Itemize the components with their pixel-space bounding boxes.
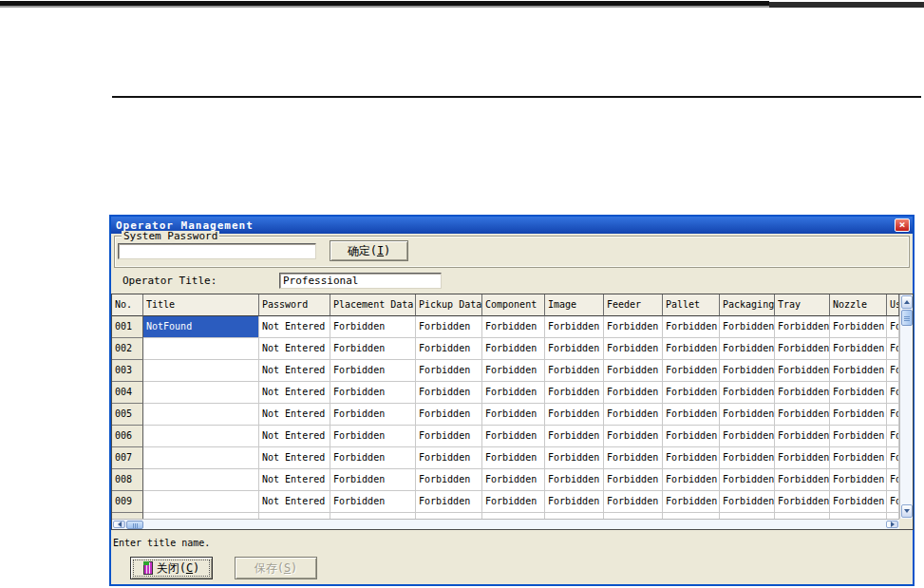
- title-cell[interactable]: [143, 447, 259, 469]
- table-cell[interactable]: Not Entered: [259, 491, 330, 513]
- table-cell[interactable]: Forbidden: [775, 338, 830, 360]
- table-cell[interactable]: Forbidden: [482, 491, 545, 513]
- table-cell[interactable]: Forbidden: [604, 316, 663, 338]
- table-cell[interactable]: Forbidden: [663, 491, 720, 513]
- table-cell[interactable]: Forbidden: [720, 382, 775, 404]
- table-cell[interactable]: Forbidden: [720, 316, 775, 338]
- table-cell[interactable]: Forbidden: [887, 426, 899, 447]
- table-cell[interactable]: Forbidden: [887, 469, 899, 491]
- ok-button[interactable]: 确定(I): [330, 240, 408, 261]
- table-cell[interactable]: Forbidden: [482, 382, 545, 404]
- table-cell[interactable]: Forbidden: [604, 426, 663, 447]
- table-cell[interactable]: Forbidden: [830, 447, 887, 469]
- table-cell[interactable]: Forbidden: [482, 404, 545, 426]
- table-cell[interactable]: Forbidden: [663, 338, 720, 360]
- title-cell[interactable]: [143, 338, 259, 360]
- table-cell[interactable]: Forbidden: [545, 404, 604, 426]
- table-cell[interactable]: Forbidden: [663, 316, 720, 338]
- table-cell[interactable]: Not Entered: [259, 360, 330, 382]
- table-cell[interactable]: Forbidden: [482, 447, 545, 469]
- table-cell[interactable]: Forbidden: [416, 426, 482, 447]
- table-cell[interactable]: Forbidden: [663, 382, 720, 404]
- table-cell[interactable]: Forbidden: [830, 360, 887, 382]
- table-cell[interactable]: Forbidden: [545, 447, 604, 469]
- table-cell[interactable]: Forbidden: [330, 469, 416, 491]
- table-cell[interactable]: Forbidden: [663, 360, 720, 382]
- table-cell[interactable]: Forbidden: [830, 316, 887, 338]
- table-cell[interactable]: Forbidden: [604, 382, 663, 404]
- close-button[interactable]: 关闭(C): [130, 557, 213, 579]
- table-cell[interactable]: Forbidden: [775, 447, 830, 469]
- title-cell[interactable]: [143, 382, 259, 404]
- table-cell[interactable]: Forbidden: [330, 360, 416, 382]
- table-cell[interactable]: Forbidden: [416, 491, 482, 513]
- table-cell[interactable]: Forbidden: [330, 447, 416, 469]
- table-cell[interactable]: Forbidden: [545, 469, 604, 491]
- table-cell[interactable]: Forbidden: [545, 426, 604, 447]
- table-cell[interactable]: Forbidden: [416, 360, 482, 382]
- table-cell[interactable]: Forbidden: [604, 404, 663, 426]
- table-cell[interactable]: Forbidden: [545, 491, 604, 513]
- table-cell[interactable]: Forbidden: [830, 491, 887, 513]
- table-cell[interactable]: Not Entered: [259, 382, 330, 404]
- table-cell[interactable]: Forbidden: [775, 316, 830, 338]
- horizontal-scroll-thumb[interactable]: [126, 521, 143, 529]
- table-cell[interactable]: Forbidden: [330, 382, 416, 404]
- table-cell[interactable]: Forbidden: [887, 404, 899, 426]
- vertical-scroll-thumb[interactable]: [901, 310, 913, 326]
- table-cell[interactable]: Not Entered: [259, 447, 330, 469]
- table-cell[interactable]: Forbidden: [775, 404, 830, 426]
- table-cell[interactable]: Forbidden: [775, 469, 830, 491]
- table-cell[interactable]: Not Entered: [259, 404, 330, 426]
- table-cell[interactable]: Forbidden: [830, 382, 887, 404]
- table-cell[interactable]: Forbidden: [775, 360, 830, 382]
- scroll-left-button[interactable]: [113, 521, 125, 528]
- table-cell[interactable]: Forbidden: [887, 360, 899, 382]
- table-cell[interactable]: Forbidden: [330, 426, 416, 447]
- horizontal-scrollbar[interactable]: [112, 519, 899, 529]
- table-cell[interactable]: Forbidden: [416, 447, 482, 469]
- vertical-scrollbar[interactable]: [899, 294, 913, 519]
- table-cell[interactable]: Forbidden: [887, 447, 899, 469]
- title-cell[interactable]: NotFound: [143, 316, 259, 338]
- table-cell[interactable]: Forbidden: [775, 382, 830, 404]
- table-cell[interactable]: Forbidden: [545, 338, 604, 360]
- table-cell[interactable]: Not Entered: [259, 338, 330, 360]
- title-cell[interactable]: [143, 360, 259, 382]
- table-cell[interactable]: Forbidden: [545, 382, 604, 404]
- scroll-down-button[interactable]: [901, 504, 913, 518]
- table-cell[interactable]: Forbidden: [416, 382, 482, 404]
- table-cell[interactable]: Forbidden: [482, 469, 545, 491]
- table-cell[interactable]: Forbidden: [604, 491, 663, 513]
- table-cell[interactable]: Forbidden: [330, 404, 416, 426]
- table-cell[interactable]: Forbidden: [887, 491, 899, 513]
- table-cell[interactable]: Forbidden: [663, 469, 720, 491]
- title-cell[interactable]: [143, 491, 259, 513]
- table-cell[interactable]: Forbidden: [604, 338, 663, 360]
- title-cell[interactable]: [143, 469, 259, 491]
- scroll-up-button[interactable]: [901, 295, 913, 309]
- table-cell[interactable]: Not Entered: [259, 426, 330, 447]
- title-cell[interactable]: [143, 426, 259, 447]
- table-cell[interactable]: Forbidden: [720, 338, 775, 360]
- close-x-icon[interactable]: ×: [895, 218, 910, 232]
- table-cell[interactable]: Forbidden: [830, 469, 887, 491]
- table-cell[interactable]: Forbidden: [482, 360, 545, 382]
- table-cell[interactable]: Forbidden: [482, 426, 545, 447]
- table-cell[interactable]: Forbidden: [830, 338, 887, 360]
- table-cell[interactable]: Forbidden: [775, 426, 830, 447]
- table-cell[interactable]: Forbidden: [887, 382, 899, 404]
- table-cell[interactable]: Forbidden: [720, 404, 775, 426]
- table-cell[interactable]: Forbidden: [720, 447, 775, 469]
- table-cell[interactable]: Forbidden: [887, 316, 899, 338]
- system-password-input[interactable]: [118, 243, 316, 259]
- table-cell[interactable]: Forbidden: [604, 360, 663, 382]
- title-cell[interactable]: [143, 404, 259, 426]
- table-cell[interactable]: Forbidden: [545, 316, 604, 338]
- table-cell[interactable]: Forbidden: [604, 469, 663, 491]
- table-cell[interactable]: Forbidden: [720, 491, 775, 513]
- table-cell[interactable]: Forbidden: [720, 426, 775, 447]
- table-cell[interactable]: Forbidden: [663, 426, 720, 447]
- table-cell[interactable]: Forbidden: [416, 404, 482, 426]
- table-cell[interactable]: Forbidden: [720, 360, 775, 382]
